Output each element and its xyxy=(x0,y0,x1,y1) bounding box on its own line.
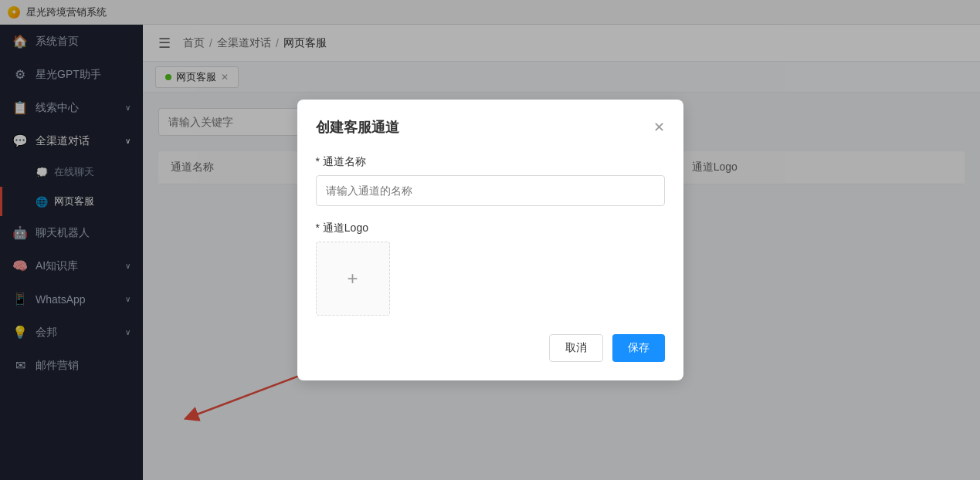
modal-header: 创建客服通道 ✕ xyxy=(316,118,665,137)
modal-overlay: 创建客服通道 ✕ * 通道名称 * 通道Logo + 取消 保存 xyxy=(0,0,980,480)
modal-footer: 取消 保存 xyxy=(316,334,665,362)
cancel-button[interactable]: 取消 xyxy=(549,334,603,362)
channel-name-label: * 通道名称 xyxy=(316,155,665,169)
modal-title: 创建客服通道 xyxy=(316,118,399,137)
save-button[interactable]: 保存 xyxy=(612,334,665,362)
modal-close-button[interactable]: ✕ xyxy=(653,119,665,136)
create-channel-modal: 创建客服通道 ✕ * 通道名称 * 通道Logo + 取消 保存 xyxy=(297,100,683,380)
channel-name-group: * 通道名称 xyxy=(316,155,665,206)
channel-logo-group: * 通道Logo + xyxy=(316,221,665,316)
channel-name-input[interactable] xyxy=(316,175,665,206)
channel-logo-label: * 通道Logo xyxy=(316,221,665,235)
logo-upload-button[interactable]: + xyxy=(316,242,390,316)
upload-plus-icon: + xyxy=(347,268,358,289)
